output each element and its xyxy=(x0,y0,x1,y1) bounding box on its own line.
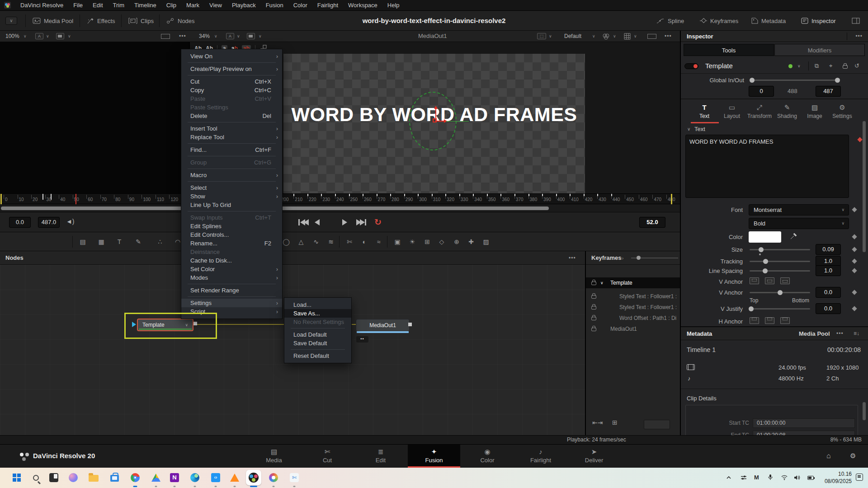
playhead[interactable] xyxy=(75,194,76,205)
tab-shading[interactable]: ✎Shading xyxy=(774,102,801,119)
menubar-item-workspace[interactable]: Workspace xyxy=(343,0,382,10)
menu-item-paste-settings[interactable]: Paste Settings xyxy=(181,103,282,112)
grid-icon[interactable] xyxy=(624,33,631,40)
menu-item-line-up-to-grid[interactable]: Line Up To Grid xyxy=(181,201,282,209)
right-viewer-options-icon[interactable]: ••• xyxy=(665,31,672,42)
tray-m-icon[interactable]: M xyxy=(754,474,759,481)
tray-settings-icon[interactable] xyxy=(741,474,747,482)
mask-tool-icon[interactable]: ✎ xyxy=(132,236,144,247)
chevron-down-icon[interactable]: ∨ xyxy=(600,277,604,288)
spreadsheet-icon[interactable]: ⊞ xyxy=(612,419,618,426)
menu-item-save-default[interactable]: Save Default xyxy=(284,339,351,347)
media-pool-panel-label[interactable]: Media Pool xyxy=(799,327,830,340)
pin-icon[interactable]: ⌖ xyxy=(829,59,832,73)
tab-modifiers[interactable]: Modifiers xyxy=(774,44,865,56)
menu-item-load-[interactable]: Load... xyxy=(284,300,351,309)
view-mode-icon[interactable] xyxy=(56,33,64,39)
taskbar-app-onenote[interactable]: N xyxy=(167,470,182,485)
taskbar-app-chrome[interactable] xyxy=(127,470,143,485)
right-viewer-zoom[interactable]: 34% xyxy=(199,31,210,42)
keyframe-diamond-icon[interactable] xyxy=(852,306,857,311)
menu-item-deinstance[interactable]: Deinstance xyxy=(181,248,282,256)
node-enable-toggle[interactable] xyxy=(684,63,698,69)
taskbar-app-search[interactable] xyxy=(28,470,43,485)
h-anchor-center-button[interactable] xyxy=(765,317,774,324)
end-tc-field[interactable]: 01:00:20:08 xyxy=(753,431,855,435)
menu-item-replace-tool[interactable]: Replace Tool› xyxy=(181,133,282,141)
taskbar-app-copilot[interactable] xyxy=(66,470,81,485)
v-justify-field[interactable]: 0.0 xyxy=(816,303,841,314)
roi-icon[interactable]: ⬚ xyxy=(537,33,546,39)
node-mediaout1[interactable]: MediaOut1 xyxy=(356,319,410,332)
text-tool-icon[interactable]: T xyxy=(113,236,125,247)
inspector-button[interactable]: Inspector xyxy=(801,11,835,31)
reset-icon[interactable]: ↺ xyxy=(854,59,859,73)
keyframe-diamond-icon[interactable] xyxy=(852,268,857,273)
menu-item-group[interactable]: GroupCtrl+G xyxy=(181,158,282,167)
menubar-item-timeline[interactable]: Timeline xyxy=(129,0,161,10)
lock-icon[interactable] xyxy=(591,328,596,331)
size-field[interactable]: 0.09 xyxy=(816,244,841,255)
microphone-icon[interactable] xyxy=(768,474,773,482)
menu-item-copy[interactable]: CopyCtrl+C xyxy=(181,86,282,94)
menubar-item-playback[interactable]: Playback xyxy=(227,0,261,10)
chevron-down-icon[interactable]: ∨ xyxy=(46,31,49,42)
keyframe-diamond-icon[interactable] xyxy=(852,207,857,212)
menu-item-load-default[interactable]: Load Default xyxy=(284,330,351,339)
tab-transform[interactable]: ⤢Transform xyxy=(746,102,773,119)
panel-layout-button[interactable] xyxy=(852,11,860,31)
menubar-item-edit[interactable]: Edit xyxy=(88,0,108,10)
gear-icon[interactable]: ⚙ xyxy=(850,445,856,467)
tab-layout[interactable]: ▭Layout xyxy=(718,102,745,119)
keyframe-diamond-icon[interactable] xyxy=(852,290,857,295)
v-justify-slider[interactable] xyxy=(750,308,810,310)
menubar-item-mark[interactable]: Mark xyxy=(181,0,204,10)
taskbar-app-vscode[interactable]: ‹› xyxy=(208,470,223,485)
left-viewer-options-icon[interactable]: ••• xyxy=(179,31,186,42)
keyframe-diamond-icon[interactable] xyxy=(857,137,862,142)
menu-item-cut[interactable]: CutCtrl+X xyxy=(181,77,282,86)
cut-tool-icon[interactable]: ✄ xyxy=(344,236,355,247)
menu-item-create-play-preview-on[interactable]: Create/Play Preview on› xyxy=(181,65,282,73)
keyframes-time-field[interactable] xyxy=(644,420,670,429)
start-tc-field[interactable]: 01:00:00:00 xyxy=(753,418,855,428)
inspector-scrollbar[interactable] xyxy=(863,121,866,252)
menu-item-set-render-range[interactable]: Set Render Range xyxy=(181,286,282,295)
effects-button[interactable]: Effects xyxy=(87,11,115,31)
v-anchor-middle-button[interactable] xyxy=(765,277,774,284)
chevron-down-icon[interactable]: ∨ xyxy=(797,59,801,73)
tray-expand-icon[interactable] xyxy=(726,474,731,482)
menu-item-set-color[interactable]: Set Color› xyxy=(181,265,282,273)
tab-text[interactable]: TText xyxy=(691,102,718,119)
metadata-button[interactable]: Metadata xyxy=(751,11,786,31)
chevron-down-icon[interactable]: ∨ xyxy=(259,31,262,42)
nodes-options-icon[interactable]: ••• xyxy=(569,251,576,265)
notification-icon[interactable] xyxy=(856,474,863,481)
page-tab-media[interactable]: ▤Media xyxy=(248,445,300,468)
menu-item-show[interactable]: Show› xyxy=(181,192,282,201)
keyframe-row-styled-text-follower1-[interactable]: Styled Text : Follower1 : xyxy=(586,302,680,313)
chevron-down-icon[interactable]: ∨ xyxy=(549,31,552,42)
menu-item-cache-to-disk-[interactable]: Cache to Disk... xyxy=(181,256,282,265)
expand-viewer-icon[interactable] xyxy=(647,34,656,39)
tab-image[interactable]: ▨Image xyxy=(801,102,828,119)
line-spacing-field[interactable]: 1.0 xyxy=(816,265,841,276)
home-icon[interactable]: ⌂ xyxy=(826,445,831,467)
taskbar-app-drive[interactable] xyxy=(148,470,164,485)
page-tab-fairlight[interactable]: ♪Fairlight xyxy=(514,445,567,468)
lock-icon[interactable] xyxy=(591,306,596,310)
keyframe-row-mediaout1[interactable]: MediaOut1 xyxy=(586,324,680,334)
menu-item-reset-default[interactable]: Reset Default xyxy=(284,352,351,360)
lock-icon[interactable] xyxy=(591,295,596,299)
lock-icon[interactable] xyxy=(591,282,596,285)
taskbar-app-snip[interactable]: ✄ xyxy=(287,470,302,485)
node-color-dot[interactable] xyxy=(788,64,793,68)
wifi-icon[interactable] xyxy=(781,474,788,482)
media-pool-button[interactable]: Media Pool xyxy=(33,11,73,31)
chevron-down-icon[interactable]: ∨ xyxy=(613,31,616,42)
menubar-item-fusion[interactable]: Fusion xyxy=(261,0,288,10)
taskbar-app-files-dark[interactable] xyxy=(46,470,61,485)
global-out-field[interactable]: 487 xyxy=(816,86,841,97)
h-anchor-right-button[interactable] xyxy=(780,317,790,324)
channel-select-icon[interactable]: A xyxy=(226,33,234,39)
